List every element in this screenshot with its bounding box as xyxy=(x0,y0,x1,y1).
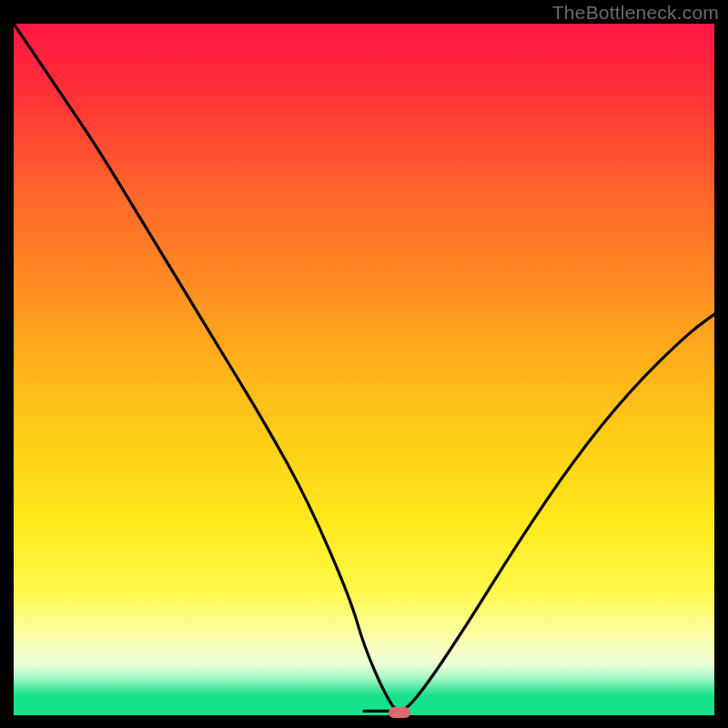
watermark-text: TheBottleneck.com xyxy=(552,2,719,24)
bottleneck-curve xyxy=(14,24,714,715)
curve-path xyxy=(14,24,714,711)
chart-stage: TheBottleneck.com xyxy=(0,0,728,728)
minimum-marker xyxy=(389,707,410,718)
plot-area xyxy=(14,24,714,715)
